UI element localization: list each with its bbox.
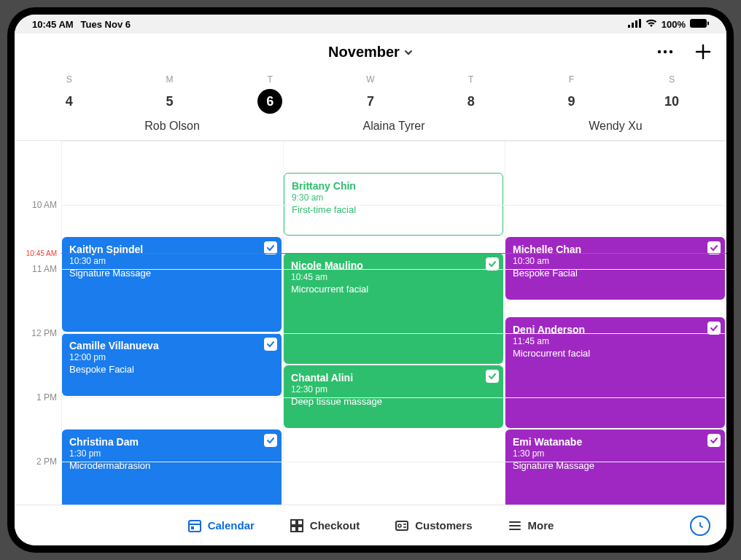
appointment-client: Chantal Alini bbox=[291, 371, 481, 384]
day-letter: T bbox=[268, 74, 273, 85]
bottom-nav: Calendar Checkout Customers More bbox=[15, 505, 726, 545]
chevron-down-icon bbox=[404, 44, 413, 61]
day-number: 7 bbox=[358, 89, 383, 114]
appointment-michelle-chan[interactable]: Michelle Chan10:30 amBespoke Facial bbox=[505, 237, 725, 300]
appointment-kaitlyn-spindel[interactable]: Kaitlyn Spindel10:30 amSignature Massage bbox=[62, 237, 282, 332]
clock-button[interactable] bbox=[690, 516, 710, 536]
week-day-row: S4M5T6W7T8F9S10 bbox=[15, 70, 726, 117]
staff-column-0[interactable]: Kaitlyn Spindel10:30 amSignature Massage… bbox=[61, 141, 283, 505]
svg-rect-13 bbox=[298, 520, 303, 525]
day-number: 9 bbox=[559, 89, 583, 114]
appointment-emi-watanabe[interactable]: Emi Watanabe1:30 pmSignature Massage bbox=[505, 429, 725, 505]
day-cell-8[interactable]: T8 bbox=[421, 70, 521, 117]
appointment-service: Microcurrent facial bbox=[291, 284, 481, 296]
svg-rect-5 bbox=[707, 21, 709, 25]
battery-pct: 100% bbox=[662, 19, 686, 30]
nav-checkout[interactable]: Checkout bbox=[290, 518, 360, 533]
svg-rect-14 bbox=[291, 526, 296, 532]
time-label-12: 12 PM bbox=[31, 328, 57, 338]
appointment-service: Microcurrent facial bbox=[513, 348, 703, 360]
appointment-chantal-alini[interactable]: Chantal Alini12:30 pmDeep tissue massage bbox=[284, 365, 503, 428]
svg-rect-3 bbox=[639, 19, 641, 28]
svg-point-6 bbox=[658, 50, 661, 53]
appointment-time: 10:30 am bbox=[513, 256, 703, 268]
customers-icon bbox=[395, 518, 409, 533]
appointment-brittany-chin[interactable]: Brittany Chin9:30 amFirst-time facial bbox=[284, 173, 503, 236]
appointment-client: Emi Watanabe bbox=[513, 435, 703, 448]
svg-rect-2 bbox=[635, 20, 637, 28]
day-letter: S bbox=[669, 74, 675, 85]
month-picker[interactable]: November bbox=[328, 44, 413, 61]
day-cell-10[interactable]: S10 bbox=[621, 70, 722, 117]
menu-icon bbox=[508, 518, 522, 533]
appointment-time: 10:30 am bbox=[69, 256, 260, 268]
cell-signal-icon bbox=[628, 19, 641, 30]
day-cell-9[interactable]: F9 bbox=[521, 70, 622, 117]
appointment-client: Christina Dam bbox=[69, 435, 260, 448]
day-letter: W bbox=[366, 74, 374, 85]
appointment-service: First-time facial bbox=[292, 204, 481, 217]
appointment-client: Deni Anderson bbox=[513, 323, 703, 336]
checkout-icon bbox=[290, 518, 304, 533]
day-number: 6 bbox=[257, 89, 282, 114]
appointment-client: Michelle Chan bbox=[513, 243, 703, 256]
calendar-grid[interactable]: 10 AM11 AM12 PM1 PM2 PM10:45 AM Kaitlyn … bbox=[15, 141, 726, 505]
staff-col-2: Wendy Xu bbox=[505, 120, 726, 133]
nav-customers[interactable]: Customers bbox=[395, 518, 472, 533]
staff-col-1: Alaina Tyrer bbox=[283, 120, 505, 133]
month-label: November bbox=[328, 44, 400, 61]
staff-column-2[interactable]: Michelle Chan10:30 amBespoke FacialDeni … bbox=[505, 141, 726, 505]
status-time: 10:45 AM bbox=[32, 19, 74, 30]
day-cell-5[interactable]: M5 bbox=[120, 70, 220, 117]
day-cell-6[interactable]: T6 bbox=[220, 70, 320, 117]
time-label-10: 10 AM bbox=[32, 200, 57, 210]
time-axis: 10 AM11 AM12 PM1 PM2 PM10:45 AM bbox=[15, 141, 61, 505]
appointment-time: 10:45 am bbox=[291, 272, 481, 284]
day-letter: M bbox=[166, 74, 174, 85]
svg-rect-11 bbox=[191, 526, 194, 529]
now-indicator bbox=[61, 253, 726, 254]
day-cell-4[interactable]: S4 bbox=[19, 70, 120, 117]
day-letter: F bbox=[569, 74, 574, 85]
nav-checkout-label: Checkout bbox=[310, 519, 360, 532]
nav-calendar-label: Calendar bbox=[208, 519, 255, 532]
appointment-client: Camille Villanueva bbox=[69, 339, 260, 352]
status-date: Tues Nov 6 bbox=[81, 19, 131, 30]
svg-rect-9 bbox=[189, 521, 201, 532]
svg-rect-0 bbox=[628, 25, 630, 28]
day-number: 4 bbox=[57, 89, 82, 114]
day-letter: T bbox=[468, 74, 473, 85]
day-cell-7[interactable]: W7 bbox=[320, 70, 421, 117]
appointment-time: 12:30 pm bbox=[291, 384, 481, 396]
appointment-time: 11:45 am bbox=[513, 336, 703, 348]
calendar-icon bbox=[187, 518, 202, 533]
staff-column-1[interactable]: Brittany Chin9:30 amFirst-time facialNic… bbox=[283, 141, 505, 505]
nav-calendar[interactable]: Calendar bbox=[187, 518, 255, 533]
nav-customers-label: Customers bbox=[415, 519, 472, 532]
appointment-service: Bespoke Facial bbox=[69, 364, 260, 376]
time-label-13: 1 PM bbox=[36, 392, 57, 402]
svg-rect-4 bbox=[690, 19, 707, 28]
day-number: 5 bbox=[158, 89, 182, 114]
day-number: 10 bbox=[659, 89, 684, 114]
appointment-client: Kaitlyn Spindel bbox=[69, 243, 260, 256]
checkmark-icon bbox=[264, 434, 277, 447]
svg-point-7 bbox=[664, 50, 667, 53]
appointment-client: Brittany Chin bbox=[292, 179, 481, 192]
staff-header-row: Rob Olson Alaina Tyrer Wendy Xu bbox=[15, 117, 726, 140]
add-appointment-button[interactable] bbox=[693, 42, 713, 62]
svg-point-8 bbox=[670, 50, 672, 53]
appointment-time: 1:30 pm bbox=[513, 448, 703, 460]
day-letter: S bbox=[66, 74, 72, 85]
more-options-button[interactable] bbox=[655, 42, 675, 62]
svg-point-17 bbox=[398, 524, 401, 527]
appointment-christina-dam[interactable]: Christina Dam1:30 pmMicrodermabrasion bbox=[62, 429, 282, 505]
checkmark-icon bbox=[486, 370, 499, 383]
appointment-camille-villanueva[interactable]: Camille Villanueva12:00 pmBespoke Facial bbox=[62, 333, 282, 396]
battery-icon bbox=[690, 19, 709, 30]
nav-more[interactable]: More bbox=[508, 518, 554, 533]
wifi-icon bbox=[645, 19, 657, 30]
event-grid[interactable]: Kaitlyn Spindel10:30 amSignature Massage… bbox=[61, 141, 726, 505]
appointment-time: 12:00 pm bbox=[69, 352, 260, 364]
now-time-label: 10:45 AM bbox=[26, 249, 57, 257]
